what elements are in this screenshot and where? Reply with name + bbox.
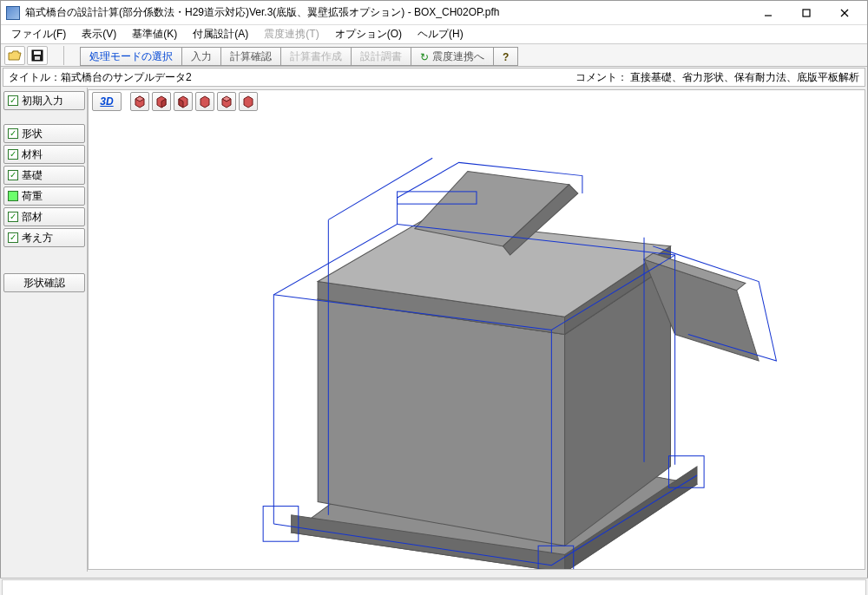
view-cube-right[interactable] <box>195 92 214 111</box>
view-cube-front[interactable] <box>130 92 149 111</box>
close-button[interactable] <box>825 2 864 24</box>
info-bar: タイトル： 箱式橋台のサンプルデータ2 コメント： 直接基礎、省力形状、保有耐力… <box>3 68 865 87</box>
tab-help[interactable]: ? <box>493 47 518 66</box>
cube-icon <box>176 95 190 108</box>
sidebar-item-initial[interactable]: 初期入力 <box>3 91 85 110</box>
content-row: 初期入力 形状 材料 基礎 荷重 部材 考え方 形状確認 <box>1 88 867 572</box>
menubar: ファイル(F) 表示(V) 基準値(K) 付属設計(A) 震度連携(T) オプシ… <box>1 25 867 44</box>
check-icon <box>8 212 18 222</box>
sidebar-item-concept[interactable]: 考え方 <box>3 228 85 247</box>
check-icon <box>8 128 18 139</box>
cube-icon <box>220 95 233 108</box>
view-toolbar: 3D <box>89 90 865 113</box>
view-cube-top[interactable] <box>217 92 236 111</box>
sidebar-item-label: 形状確認 <box>23 276 65 291</box>
save-button[interactable] <box>27 46 48 65</box>
comment-label: コメント： <box>575 71 628 83</box>
svg-rect-6 <box>35 56 40 60</box>
3d-model-svg <box>89 113 865 570</box>
sidebar-item-label: 荷重 <box>22 189 43 204</box>
tab-seismic-link-label: 震度連携へ <box>432 49 484 64</box>
sidebar-item-foundation[interactable]: 基礎 <box>3 166 85 185</box>
sidebar-item-label: 基礎 <box>22 168 43 183</box>
svg-marker-20 <box>318 299 564 546</box>
svg-marker-13 <box>201 96 209 108</box>
sidebar-item-label: 形状 <box>22 127 43 141</box>
sidebar-shape-confirm[interactable]: 形状確認 <box>3 273 85 292</box>
sidebar-item-shape[interactable]: 形状 <box>3 124 85 143</box>
mode-tab-bar: 処理モードの選択 入力 計算確認 計算書作成 設計調書 ↻ 震度連携へ ? <box>80 45 517 66</box>
sidebar-item-label: 材料 <box>22 147 43 162</box>
view-cube-left[interactable] <box>174 92 193 111</box>
menu-file[interactable]: ファイル(F) <box>4 25 73 43</box>
sidebar: 初期入力 形状 材料 基礎 荷重 部材 考え方 形状確認 <box>1 88 88 572</box>
tab-mode-select[interactable]: 処理モードの選択 <box>80 47 182 66</box>
minimize-button[interactable] <box>749 2 787 24</box>
statusbar-cell <box>2 579 866 595</box>
check-icon <box>8 95 18 106</box>
tab-seismic-link[interactable]: ↻ 震度連携へ <box>411 47 494 66</box>
statusbar <box>0 578 868 595</box>
tab-input[interactable]: 入力 <box>181 47 221 66</box>
window-title: 箱式橋台の設計計算(部分係数法・H29道示対応)Ver.3(底版、翼壁拡張オプシ… <box>25 5 749 20</box>
save-icon <box>31 49 43 62</box>
comment-value: 直接基礎、省力形状、保有耐力法、底版平板解析 <box>630 71 859 83</box>
menu-seismic: 震度連携(T) <box>257 25 326 43</box>
sidebar-item-member[interactable]: 部材 <box>3 207 85 226</box>
sidebar-item-material[interactable]: 材料 <box>3 145 85 164</box>
svg-marker-16 <box>244 96 253 108</box>
sidebar-item-label: 部材 <box>22 210 43 225</box>
menu-view[interactable]: 表示(V) <box>75 25 123 43</box>
cube-icon <box>133 95 147 108</box>
svg-rect-1 <box>803 10 810 16</box>
svg-rect-5 <box>34 51 41 55</box>
check-icon <box>8 149 18 160</box>
view-cube-back[interactable] <box>152 92 171 111</box>
tab-design-adjust: 設計調書 <box>351 47 411 66</box>
sidebar-item-load[interactable]: 荷重 <box>3 186 85 206</box>
check-icon <box>8 191 18 201</box>
sidebar-item-label: 初期入力 <box>22 94 63 108</box>
check-icon <box>8 170 18 180</box>
menu-help[interactable]: ヘルプ(H) <box>411 25 470 43</box>
refresh-icon: ↻ <box>420 51 429 63</box>
view-3d-button[interactable]: 3D <box>92 92 122 111</box>
view-3d-label: 3D <box>100 95 113 108</box>
tab-calc-report: 計算書作成 <box>280 47 352 66</box>
open-icon <box>8 49 22 62</box>
cube-icon <box>155 95 168 108</box>
open-button[interactable] <box>4 46 25 65</box>
titlebar: 箱式橋台の設計計算(部分係数法・H29道示対応)Ver.3(底版、翼壁拡張オプシ… <box>1 1 867 25</box>
tab-calc-check[interactable]: 計算確認 <box>220 47 281 66</box>
menu-standard[interactable]: 基準値(K) <box>125 25 184 43</box>
view-cube-bottom[interactable] <box>239 92 258 111</box>
check-icon <box>8 232 18 243</box>
menu-option[interactable]: オプション(O) <box>328 25 409 43</box>
main-area: 3D <box>88 89 865 570</box>
cube-icon <box>241 95 255 108</box>
cube-icon <box>198 95 212 108</box>
maximize-button[interactable] <box>787 2 825 24</box>
title-label: タイトル： <box>9 70 61 85</box>
3d-viewport[interactable] <box>89 113 865 570</box>
menu-auxiliary[interactable]: 付属設計(A) <box>186 25 255 43</box>
help-icon: ? <box>503 51 509 63</box>
title-value: 箱式橋台のサンプルデータ2 <box>61 70 192 85</box>
main-toolbar: 処理モードの選択 入力 計算確認 計算書作成 設計調書 ↻ 震度連携へ ? <box>1 44 867 67</box>
app-icon <box>6 6 20 20</box>
sidebar-item-label: 考え方 <box>22 231 53 245</box>
